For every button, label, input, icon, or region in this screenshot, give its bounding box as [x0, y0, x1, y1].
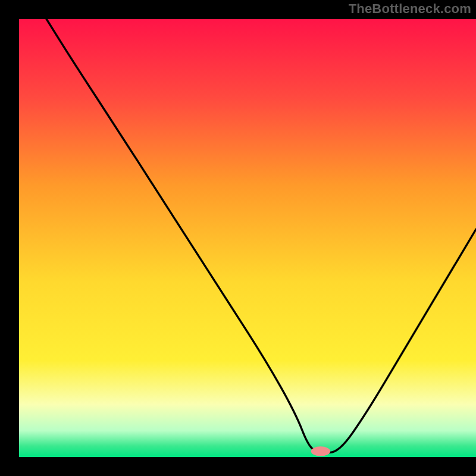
chart-svg [0, 0, 476, 476]
watermark-label: TheBottleneck.com [349, 1, 471, 17]
optimal-point-marker [311, 446, 330, 456]
bottleneck-chart: TheBottleneck.com [0, 0, 476, 476]
